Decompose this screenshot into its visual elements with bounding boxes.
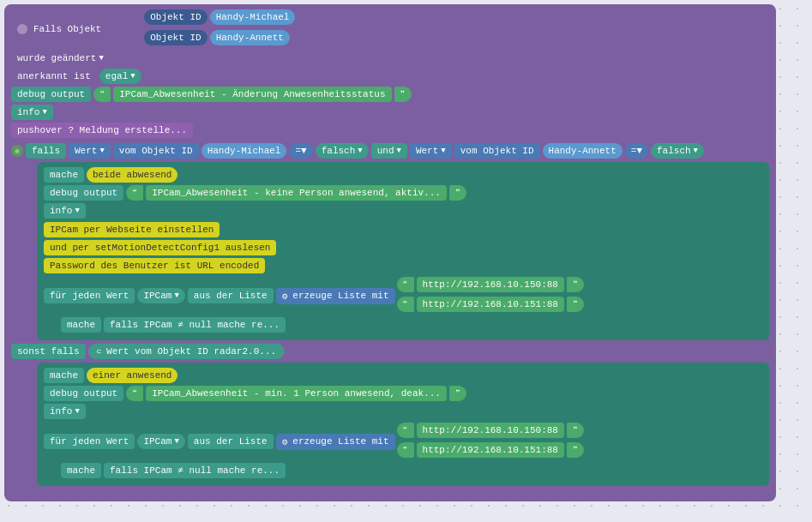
ip3-label: http://192.168.10.150:88 [423, 425, 558, 435]
password-url-block[interactable]: Password des Benutzer ist URL encoded [44, 258, 265, 273]
mache-label-1: mache [50, 170, 78, 180]
info-row-2: info ▼ [44, 203, 762, 219]
beide-abwesend-block[interactable]: beide abwesend [87, 167, 177, 183]
aus-der-liste-block-1[interactable]: aus der Liste [188, 288, 274, 303]
handy-michael-label-2: Handy-Michael [208, 146, 281, 156]
wert-radar-block[interactable]: ⊂ Wert vom Objekt ID radar2.0... [88, 344, 285, 359]
handy-michael-block-2[interactable]: Handy-Michael [201, 143, 287, 159]
ip1-block[interactable]: http://192.168.10.150:88 [417, 277, 564, 292]
debug-output-row-2: debug output ❝ IPCam_Abwesenheit - keine… [44, 185, 762, 201]
mache-block-4[interactable]: mache [61, 463, 101, 478]
und-label: und [377, 146, 394, 156]
fuer-jeden-row-2: für jeden Wert IPCam ▼ aus der Liste ⚙ e… [44, 423, 762, 460]
vom-objekt-id-block-1[interactable]: vom Objekt ID [113, 143, 199, 159]
objekt-id-block-2[interactable]: Objekt ID [144, 30, 207, 45]
wert-block-2[interactable]: Wert ▼ [410, 143, 452, 159]
yellow-comment-1-row: IPCam per Webseite einstellen [44, 222, 762, 237]
objekt-id-label-1: Objekt ID [150, 12, 201, 22]
erzeuge-block-1[interactable]: ⚙ erzeuge Liste mit [276, 288, 395, 304]
pushover-block[interactable]: pushover ? Meldung erstelle... [11, 123, 193, 138]
handy-michael-label: Handy-Michael [216, 12, 290, 22]
quote-close-1: ❞ [394, 87, 412, 102]
ipcam-min-block[interactable]: IPCam_Abwesenheit - min. 1 Person anwese… [146, 386, 447, 401]
vom-objekt-id-label-1: vom Objekt ID [119, 146, 193, 156]
quote-open-ip4: ❝ [397, 442, 414, 458]
anerkannt-block[interactable]: anerkannt ist [11, 69, 97, 84]
handy-annett-label-2: Handy-Annett [549, 146, 617, 156]
info-block-3[interactable]: info ▼ [44, 404, 86, 419]
mache-block-1[interactable]: mache [44, 167, 84, 183]
fuer-jeden-block-1[interactable]: für jeden Wert [44, 288, 135, 303]
ipcam-einstellen-block[interactable]: IPCam per Webseite einstellen [44, 222, 220, 237]
debug-output-block-1[interactable]: debug output [11, 87, 91, 102]
objekt-id-block-1[interactable]: Objekt ID [144, 9, 207, 25]
objekt-id-label-2: Objekt ID [150, 33, 201, 43]
ip2-block[interactable]: http://192.168.10.151:88 [417, 297, 564, 312]
falsch-block-2[interactable]: falsch ▼ [651, 143, 704, 159]
quote-close-3: ❞ [449, 386, 466, 401]
debug-output-block-3[interactable]: debug output [44, 386, 123, 401]
ip3-block[interactable]: http://192.168.10.150:88 [417, 423, 564, 438]
ip2-row: ❝ http://192.168.10.151:88 ❞ [397, 297, 585, 312]
erzeuge-block-2[interactable]: ⚙ erzeuge Liste mit [276, 434, 395, 450]
ipcam-dropdown-1[interactable]: IPCam ▼ [137, 288, 184, 303]
egal-label: egal [105, 71, 128, 81]
ip4-block[interactable]: http://192.168.10.151:88 [417, 442, 564, 458]
falls-icon: ⊙ [11, 145, 23, 157]
falls-ipcam-null-block-2[interactable]: falls IPCam ≠ null mache re... [104, 463, 286, 478]
erzeuge-liste-container-1: ⚙ erzeuge Liste mit ❝ http://192.168.10.… [276, 277, 584, 315]
ipcam-keine-block[interactable]: IPCam_Abwesenheit - keine Person anwesen… [146, 185, 447, 201]
wert-block-1[interactable]: Wert ▼ [69, 143, 111, 159]
ipcam-einstellen-label: IPCam per Webseite einstellen [50, 225, 214, 235]
falsch-label-2: falsch [657, 146, 691, 156]
aus-der-liste-label-2: aus der Liste [194, 436, 268, 447]
ipcam-aenderung-label: IPCam_Abwesenheit - Änderung Anwesenheit… [119, 89, 385, 99]
wurde-geandert-block[interactable]: wurde geändert ▼ [11, 51, 110, 66]
falls-ipcam-null-label-2: falls IPCam ≠ null mache re... [110, 465, 280, 476]
eq-block-2[interactable]: =▼ [625, 143, 648, 159]
ipcam-keine-label: IPCam_Abwesenheit - keine Person anwesen… [152, 188, 441, 198]
und-block[interactable]: und ▼ [371, 143, 407, 159]
ip1-row: ❝ http://192.168.10.150:88 ❞ [397, 277, 585, 292]
quote-open-ip2: ❝ [397, 297, 414, 312]
eq-block-1[interactable]: =▼ [289, 143, 312, 159]
ipcam-aenderung-block[interactable]: IPCam_Abwesenheit - Änderung Anwesenheit… [113, 87, 391, 102]
falls-objekt-block[interactable]: Falls Objekt [11, 21, 107, 37]
mache-block-3[interactable]: mache [44, 368, 84, 383]
info-block-2[interactable]: info ▼ [44, 203, 86, 219]
falls-block[interactable]: falls [26, 143, 66, 159]
erzeuge-liste-container-2: ⚙ erzeuge Liste mit ❝ http://192.168.10.… [276, 423, 584, 460]
handy-annett-label: Handy-Annett [216, 33, 284, 43]
wert-radar-label: Wert vom Objekt ID radar2.0... [106, 346, 276, 357]
handy-annett-block[interactable]: Handy-Annett [210, 30, 290, 45]
und-per-set-block[interactable]: und per setMotionDetectConfig1 auslesen [44, 240, 276, 255]
ipcam-dropdown-2[interactable]: IPCam ▼ [137, 434, 184, 449]
aus-der-liste-label-1: aus der Liste [194, 291, 268, 301]
sonst-falls-block[interactable]: sonst falls [11, 344, 86, 359]
quote-close-ip2: ❞ [567, 297, 584, 312]
einer-anwesend-label: einer anwesend [93, 370, 171, 381]
falsch-block-1[interactable]: falsch ▼ [316, 143, 369, 159]
ipcam-min-label: IPCam_Abwesenheit - min. 1 Person anwese… [152, 388, 441, 399]
ip4-label: http://192.168.10.151:88 [423, 445, 558, 455]
einer-anwesend-block[interactable]: einer anwesend [87, 368, 177, 383]
ip3-row: ❝ http://192.168.10.150:88 ❞ [397, 423, 585, 438]
info-block-1[interactable]: info ▼ [11, 105, 53, 120]
pushover-label: pushover ? Meldung erstelle... [17, 125, 187, 135]
debug-output-block-2[interactable]: debug output [44, 185, 123, 201]
falls-ipcam-null-block-1[interactable]: falls IPCam ≠ null mache re... [104, 317, 286, 333]
fuer-jeden-label-2: für jeden Wert [50, 436, 129, 447]
einer-anwesend-container: mache einer anwesend debug output ❝ IPCa… [37, 363, 769, 486]
handy-michael-block[interactable]: Handy-Michael [210, 9, 296, 25]
quote-open-2: ❝ [126, 185, 143, 201]
anerkannt-label: anerkannt ist [17, 71, 91, 81]
yellow-comment-2-row: und per setMotionDetectConfig1 auslesen [44, 240, 762, 255]
handy-annett-block-2[interactable]: Handy-Annett [543, 143, 623, 159]
quote-open-ip1: ❝ [397, 277, 414, 292]
aus-der-liste-block-2[interactable]: aus der Liste [188, 434, 274, 449]
egal-block[interactable]: egal ▼ [99, 69, 141, 84]
fuer-jeden-block-2[interactable]: für jeden Wert [44, 434, 135, 449]
mache-block-2[interactable]: mache [61, 317, 101, 333]
vom-objekt-id-block-2[interactable]: vom Objekt ID [454, 143, 540, 159]
anerkannt-row: anerkannt ist egal ▼ [11, 69, 769, 84]
